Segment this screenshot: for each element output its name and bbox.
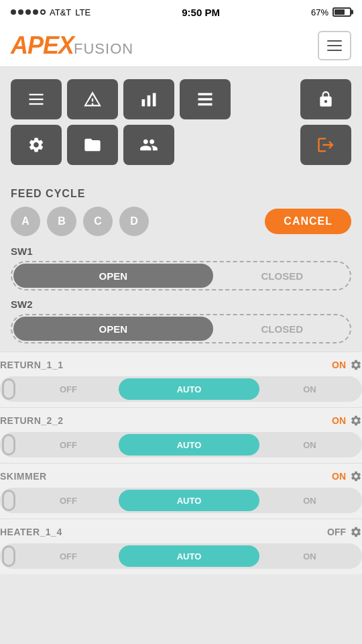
sw1-toggle[interactable]: OPEN CLOSED	[11, 261, 351, 290]
device-name: RETURN_1_1	[0, 360, 63, 370]
switch-sw1: SW1 OPEN CLOSED	[11, 246, 351, 290]
toggle-auto[interactable]: AUTO	[119, 490, 259, 511]
menu-icon	[196, 90, 215, 109]
device-block-skimmer: SKIMMER ON OFF AUTO ON	[0, 463, 362, 519]
status-bar: AT&T LTE 9:50 PM 67%	[0, 0, 362, 24]
toggle-on[interactable]: ON	[259, 496, 360, 506]
device-status: OFF	[327, 526, 362, 538]
dot3	[25, 9, 31, 15]
gear-icon[interactable]	[350, 359, 362, 371]
battery-percent: 67%	[311, 7, 328, 17]
device-toggle[interactable]: OFF AUTO ON	[0, 376, 362, 402]
alert-button[interactable]	[67, 79, 118, 119]
toggle-off[interactable]: OFF	[18, 551, 119, 561]
toggle-auto[interactable]: AUTO	[119, 545, 259, 567]
device-toggle[interactable]: OFF AUTO ON	[0, 543, 362, 569]
sw2-open[interactable]: OPEN	[13, 317, 213, 341]
svg-rect-5	[153, 93, 156, 107]
menu-button[interactable]	[180, 79, 231, 119]
hamburger-menu-button[interactable]	[318, 31, 351, 60]
users-icon	[139, 136, 158, 154]
device-name: RETURN_2_2	[0, 415, 63, 426]
toggle-off[interactable]: OFF	[18, 440, 119, 450]
toolbar-right	[300, 79, 351, 165]
status-left: AT&T LTE	[11, 7, 90, 17]
lock-button[interactable]	[300, 79, 351, 119]
sw1-open[interactable]: OPEN	[13, 264, 213, 288]
device-header: HEATER_1_4 OFF	[0, 526, 362, 538]
sw1-closed[interactable]: CLOSED	[216, 264, 349, 288]
svg-rect-1	[29, 99, 44, 100]
toggle-auto[interactable]: AUTO	[119, 378, 259, 400]
battery-fill	[335, 9, 345, 15]
switch-sw2: SW2 OPEN CLOSED	[11, 299, 351, 343]
sw2-label: SW2	[11, 299, 351, 310]
settings-icon	[27, 136, 45, 154]
logout-icon	[316, 136, 335, 154]
gear-icon[interactable]	[350, 415, 362, 427]
carrier-label: AT&T	[50, 7, 71, 17]
device-status: ON	[332, 415, 362, 427]
toggle-auto[interactable]: AUTO	[119, 434, 259, 455]
folder-button[interactable]	[67, 125, 118, 165]
toggle-on[interactable]: ON	[259, 384, 360, 394]
devices-container: RETURN_1_1 ON OFF AUTO ON RETURN_2_2 ON …	[0, 352, 362, 574]
hamburger-line-1	[327, 40, 342, 42]
sw2-toggle[interactable]: OPEN CLOSED	[11, 314, 351, 343]
time-display: 9:50 PM	[182, 7, 220, 18]
signal-dots	[11, 9, 46, 15]
device-status: ON	[332, 359, 362, 371]
feed-button-a[interactable]: A	[11, 207, 40, 236]
folder-icon	[83, 136, 102, 154]
logo-fusion: FUSION	[74, 40, 133, 57]
battery-icon	[333, 7, 351, 17]
toggle-off[interactable]: OFF	[18, 384, 119, 394]
svg-rect-6	[198, 93, 213, 96]
toggle-on[interactable]: ON	[259, 551, 360, 561]
svg-rect-3	[142, 99, 145, 107]
list-icon	[27, 90, 46, 109]
header: APEXFUSION	[0, 24, 362, 67]
cancel-button[interactable]: CANCEL	[265, 209, 351, 234]
device-header: RETURN_1_1 ON	[0, 359, 362, 371]
hamburger-line-2	[327, 45, 342, 46]
device-block-return_2_2: RETURN_2_2 ON OFF AUTO ON	[0, 407, 362, 463]
chart-button[interactable]	[123, 79, 174, 119]
toggle-off[interactable]: OFF	[18, 496, 119, 506]
svg-rect-4	[147, 95, 151, 106]
feed-cycle-title: FEED CYCLE	[11, 188, 351, 200]
feed-button-d[interactable]: D	[119, 207, 149, 236]
settings-button[interactable]	[11, 125, 62, 165]
dot1	[11, 9, 16, 15]
device-block-heater_1_4: HEATER_1_4 OFF OFF AUTO ON	[0, 519, 362, 574]
sw2-closed[interactable]: CLOSED	[216, 317, 349, 341]
device-header: RETURN_2_2 ON	[0, 415, 362, 427]
logo-apex: APEX	[11, 32, 74, 59]
alert-icon	[83, 90, 102, 109]
list-button[interactable]	[11, 79, 62, 119]
gear-icon[interactable]	[350, 470, 362, 482]
svg-rect-0	[29, 94, 44, 95]
svg-rect-8	[198, 103, 213, 106]
device-toggle[interactable]: OFF AUTO ON	[0, 432, 362, 458]
users-button[interactable]	[123, 125, 174, 165]
device-name: HEATER_1_4	[0, 527, 62, 537]
toggle-notch	[2, 378, 15, 400]
sw1-label: SW1	[11, 246, 351, 257]
gear-icon[interactable]	[350, 526, 362, 538]
toggle-notch	[2, 434, 15, 455]
device-block-return_1_1: RETURN_1_1 ON OFF AUTO ON	[0, 352, 362, 407]
toolbar	[0, 67, 362, 170]
feed-button-b[interactable]: B	[47, 207, 76, 236]
svg-rect-2	[29, 103, 44, 105]
feed-button-c[interactable]: C	[83, 207, 113, 236]
logo: APEXFUSION	[11, 32, 133, 60]
device-status: ON	[332, 470, 362, 482]
device-toggle[interactable]: OFF AUTO ON	[0, 488, 362, 513]
chart-icon	[139, 90, 158, 109]
toggle-notch	[2, 545, 15, 567]
status-right: 67%	[311, 7, 351, 17]
main-content: FEED CYCLE A B C D CANCEL SW1 OPEN CLOSE…	[0, 170, 362, 343]
toggle-on[interactable]: ON	[259, 440, 360, 450]
logout-button[interactable]	[300, 125, 351, 165]
